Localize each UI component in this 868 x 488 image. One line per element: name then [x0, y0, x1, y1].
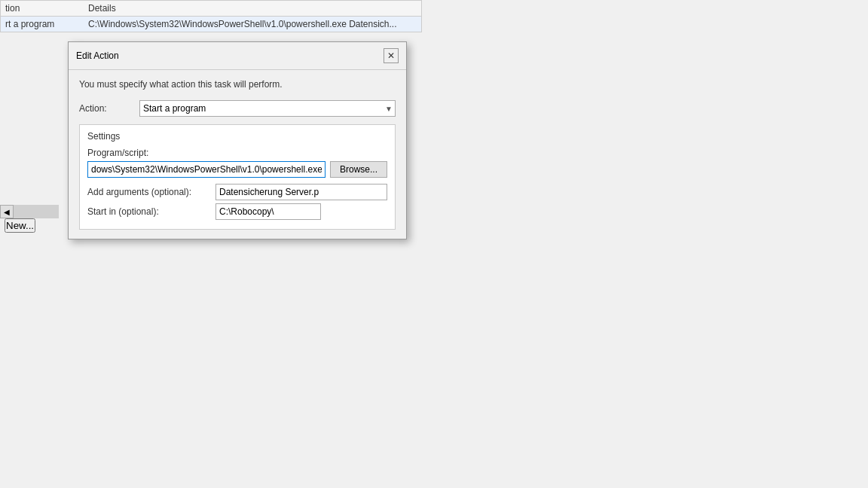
dialog-instruction: You must specify what action this task w… — [79, 79, 396, 90]
column-header-action: tion — [5, 3, 88, 14]
settings-group: Settings Program/script: Browse... Add a… — [79, 124, 396, 230]
settings-legend: Settings — [87, 131, 387, 142]
table-header: tion Details — [1, 1, 421, 17]
action-select-wrapper: Start a programSend an e-mail (deprecate… — [139, 100, 396, 117]
table-cell-action: rt a program — [5, 19, 88, 29]
scroll-left-button[interactable]: ◀ — [0, 205, 14, 218]
start-in-input[interactable] — [215, 203, 321, 220]
table-cell-details: C:\Windows\System32\WindowsPowerShell\v1… — [88, 19, 417, 29]
column-header-details: Details — [88, 3, 417, 14]
edit-action-dialog: Edit Action ✕ You must specify what acti… — [68, 41, 407, 239]
background-table: tion Details rt a program C:\Windows\Sys… — [0, 0, 422, 32]
start-in-row: Start in (optional): — [87, 203, 387, 220]
scroll-track — [14, 205, 59, 218]
program-script-label: Program/script: — [87, 148, 387, 158]
browse-button[interactable]: Browse... — [330, 161, 387, 178]
add-arguments-row: Add arguments (optional): — [87, 184, 387, 200]
add-arguments-label: Add arguments (optional): — [87, 187, 215, 197]
dialog-titlebar: Edit Action ✕ — [69, 42, 406, 70]
add-arguments-input[interactable] — [215, 184, 387, 200]
action-row: Action: Start a programSend an e-mail (d… — [79, 100, 396, 117]
dialog-close-button[interactable]: ✕ — [384, 48, 399, 63]
new-button-container: New... — [5, 218, 35, 233]
scrollbar-area: ◀ — [0, 205, 59, 218]
program-script-row: Browse... — [87, 161, 387, 178]
action-select[interactable]: Start a programSend an e-mail (deprecate… — [139, 100, 396, 117]
start-in-label: Start in (optional): — [87, 206, 215, 217]
new-button[interactable]: New... — [5, 218, 35, 233]
dialog-title: Edit Action — [76, 50, 119, 61]
table-row[interactable]: rt a program C:\Windows\System32\Windows… — [1, 17, 421, 32]
dialog-body: You must specify what action this task w… — [69, 70, 406, 239]
action-label: Action: — [79, 103, 139, 114]
program-script-input[interactable] — [87, 161, 326, 178]
